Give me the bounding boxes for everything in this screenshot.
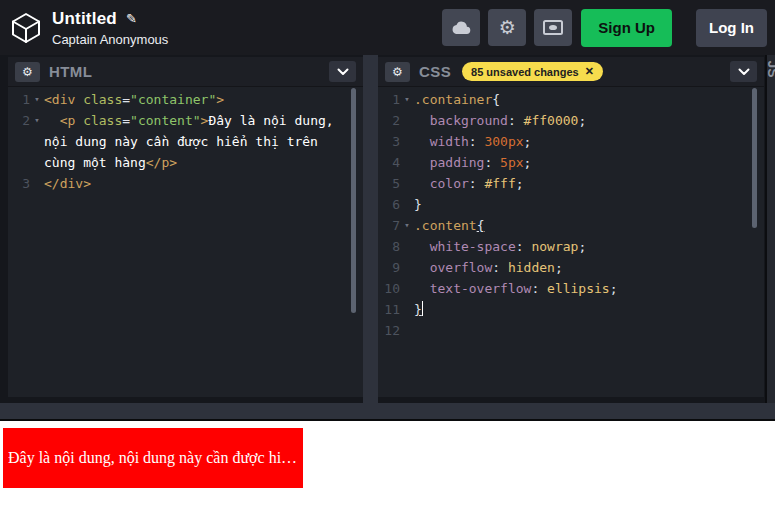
code-token: : — [484, 155, 500, 170]
codepen-logo-icon[interactable] — [10, 12, 42, 44]
css-code-editor[interactable]: 1▾.container{2 background: #ff0000;3 wid… — [378, 87, 764, 341]
line-number[interactable]: 7 — [378, 215, 400, 236]
code-line[interactable]: 2▾ <p class="content">Đây là nội dung, n… — [8, 110, 363, 173]
code-token: : — [531, 281, 547, 296]
line-number[interactable]: 2 — [8, 110, 30, 173]
code-token: "container" — [130, 92, 216, 107]
code-line[interactable]: 7▾.content{ — [378, 215, 764, 236]
code-token: text-overflow — [430, 281, 532, 296]
code-token: overflow — [430, 260, 493, 275]
fold-arrow-icon[interactable]: ▾ — [400, 89, 414, 110]
code-line[interactable]: 4 padding: 5px; — [378, 152, 764, 173]
signup-button[interactable]: Sign Up — [581, 9, 672, 47]
code-line[interactable]: 3 width: 300px; — [378, 131, 764, 152]
code-line[interactable]: 9 overflow: hidden; — [378, 257, 764, 278]
code-token: ; — [524, 155, 532, 170]
line-number[interactable]: 4 — [378, 152, 400, 173]
line-number[interactable]: 3 — [378, 131, 400, 152]
cloud-save-button[interactable] — [442, 9, 480, 46]
line-number[interactable]: 5 — [378, 173, 400, 194]
code-line[interactable]: 6} — [378, 194, 764, 215]
code-text: </div> — [44, 173, 363, 194]
code-line[interactable]: 11} — [378, 299, 764, 320]
code-token: #ff0000 — [524, 113, 579, 128]
html-editor-panel: ⚙ HTML 1▾<div class="container">2▾ <p cl… — [8, 57, 363, 397]
pen-author: Captain Anonymous — [52, 32, 168, 47]
code-line[interactable]: 1▾<div class="container"> — [8, 89, 363, 110]
fold-gutter — [30, 173, 44, 194]
code-token: : — [508, 113, 524, 128]
code-line[interactable]: 3</div> — [8, 173, 363, 194]
code-line[interactable]: 1▾.container{ — [378, 89, 764, 110]
fold-gutter — [400, 131, 414, 152]
code-line[interactable]: 8 white-space: nowrap; — [378, 236, 764, 257]
code-text: <p class="content">Đây là nội dung, nội … — [44, 110, 363, 173]
line-number[interactable]: 3 — [8, 173, 30, 194]
css-panel-title: CSS — [419, 63, 451, 80]
code-token: class — [83, 92, 122, 107]
code-text: background: #ff0000; — [414, 110, 764, 131]
code-line[interactable]: 5 color: #fff; — [378, 173, 764, 194]
code-token: ; — [578, 239, 586, 254]
code-token: ; — [516, 176, 524, 191]
settings-button[interactable]: ⚙ — [488, 9, 526, 46]
js-panel-title: JS — [765, 60, 775, 77]
code-token — [414, 155, 430, 170]
fold-arrow-icon[interactable]: ▾ — [400, 215, 414, 236]
html-panel-title: HTML — [49, 63, 92, 80]
code-token: : — [469, 134, 485, 149]
view-layout-icon — [543, 20, 563, 35]
login-button[interactable]: Log In — [696, 9, 767, 47]
cloud-icon — [451, 20, 471, 35]
js-editor-panel-collapsed[interactable]: JS — [765, 55, 775, 403]
line-number[interactable]: 12 — [378, 320, 400, 341]
code-token: .content — [414, 218, 477, 233]
code-token — [414, 239, 430, 254]
fold-arrow-icon[interactable]: ▾ — [30, 89, 44, 110]
fold-gutter — [400, 257, 414, 278]
code-token: class — [83, 113, 122, 128]
code-text: .content{ — [414, 215, 764, 236]
pen-title: Untitled — [52, 9, 117, 29]
line-number[interactable]: 11 — [378, 299, 400, 320]
code-token — [414, 113, 430, 128]
unsaved-changes-badge[interactable]: 85 unsaved changes ✕ — [462, 62, 603, 81]
code-token: > — [216, 92, 224, 107]
html-settings-button[interactable]: ⚙ — [15, 62, 40, 82]
fold-gutter — [400, 320, 414, 341]
code-token: background — [430, 113, 508, 128]
html-code-editor[interactable]: 1▾<div class="container">2▾ <p class="co… — [8, 87, 363, 194]
code-token: .container — [414, 92, 492, 107]
code-token: ellipsis — [547, 281, 610, 296]
line-number[interactable]: 1 — [378, 89, 400, 110]
code-token: </div> — [44, 176, 91, 191]
css-scrollbar[interactable] — [752, 88, 757, 228]
code-line[interactable]: 12 — [378, 320, 764, 341]
fold-gutter — [400, 236, 414, 257]
code-token: = — [122, 92, 130, 107]
line-number[interactable]: 10 — [378, 278, 400, 299]
line-number[interactable]: 1 — [8, 89, 30, 110]
panel-resizer[interactable] — [363, 55, 378, 403]
line-number[interactable]: 9 — [378, 257, 400, 278]
editor-footer-bar[interactable] — [0, 403, 775, 419]
change-view-button[interactable] — [534, 9, 572, 46]
line-number[interactable]: 8 — [378, 236, 400, 257]
code-token: width — [430, 134, 469, 149]
fold-gutter — [400, 110, 414, 131]
css-settings-button[interactable]: ⚙ — [385, 62, 410, 82]
html-collapse-button[interactable] — [329, 61, 356, 82]
code-token: "content" — [130, 113, 200, 128]
edit-title-pencil-icon[interactable]: ✎ — [126, 11, 137, 26]
code-line[interactable]: 2 background: #ff0000; — [378, 110, 764, 131]
fold-gutter — [400, 299, 414, 320]
line-number[interactable]: 6 — [378, 194, 400, 215]
html-scrollbar[interactable] — [351, 88, 356, 313]
code-token: ; — [524, 134, 532, 149]
css-collapse-button[interactable] — [730, 61, 757, 82]
code-token — [414, 134, 430, 149]
line-number[interactable]: 2 — [378, 110, 400, 131]
fold-arrow-icon[interactable]: ▾ — [30, 110, 44, 173]
badge-close-icon[interactable]: ✕ — [585, 65, 594, 78]
code-line[interactable]: 10 text-overflow: ellipsis; — [378, 278, 764, 299]
